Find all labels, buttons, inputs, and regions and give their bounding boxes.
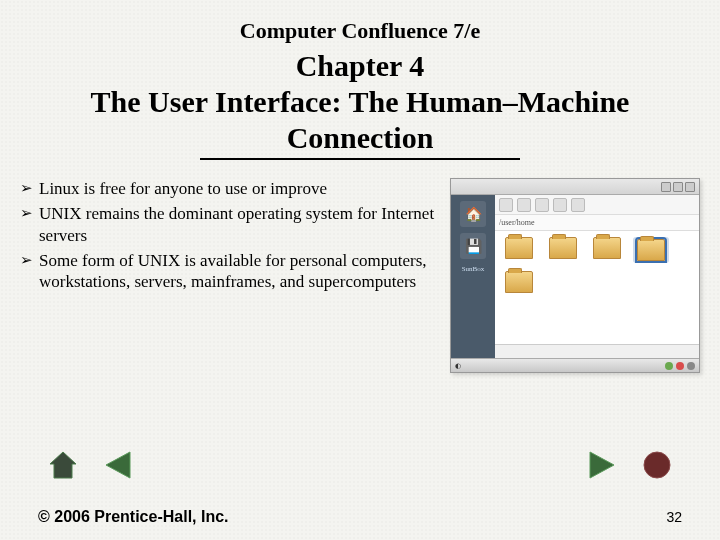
bullet-text: Linux is free for anyone to use or impro… bbox=[39, 178, 327, 199]
list-item: ➢ UNIX remains the dominant operating sy… bbox=[20, 203, 440, 246]
drive-icon: 💾 bbox=[460, 233, 486, 259]
bullet-icon: ➢ bbox=[20, 178, 33, 198]
embedded-screenshot: 🏠 💾 SunBox /user/home bbox=[450, 178, 700, 373]
address-text: /user/home bbox=[499, 218, 535, 227]
svg-marker-2 bbox=[590, 452, 614, 478]
filemanager-sidebar: 🏠 💾 SunBox bbox=[451, 195, 495, 358]
sidebar-label: SunBox bbox=[462, 265, 485, 273]
next-button[interactable] bbox=[582, 448, 620, 482]
view-icon bbox=[571, 198, 585, 212]
tray-icon bbox=[687, 362, 695, 370]
bullet-text: Some form of UNIX is available for perso… bbox=[39, 250, 440, 293]
minimize-icon bbox=[661, 182, 671, 192]
close-icon bbox=[685, 182, 695, 192]
circle-stop-icon bbox=[640, 450, 674, 480]
tray-icon bbox=[676, 362, 684, 370]
reload-icon bbox=[553, 198, 567, 212]
status-bar bbox=[495, 344, 699, 358]
previous-button[interactable] bbox=[100, 448, 138, 482]
back-icon bbox=[499, 198, 513, 212]
bullet-icon: ➢ bbox=[20, 203, 33, 223]
folder-icon bbox=[505, 237, 533, 259]
list-item: ➢ Linux is free for anyone to use or imp… bbox=[20, 178, 440, 199]
folder-item bbox=[545, 237, 581, 263]
folder-grid bbox=[495, 231, 699, 344]
folder-item bbox=[501, 271, 537, 293]
folder-icon bbox=[549, 237, 577, 259]
window-titlebar bbox=[451, 179, 699, 195]
triangle-left-icon bbox=[102, 450, 136, 480]
home-button[interactable] bbox=[44, 448, 82, 482]
folder-icon bbox=[505, 271, 533, 293]
page-number: 32 bbox=[666, 509, 682, 525]
list-item: ➢ Some form of UNIX is available for per… bbox=[20, 250, 440, 293]
tray-icon bbox=[665, 362, 673, 370]
maximize-icon bbox=[673, 182, 683, 192]
folder-item-selected bbox=[633, 237, 669, 263]
navigation-bar bbox=[0, 448, 720, 482]
triangle-right-icon bbox=[584, 450, 618, 480]
home-icon bbox=[46, 450, 80, 480]
slide-footer: © 2006 Prentice-Hall, Inc. 32 bbox=[38, 508, 682, 526]
folder-icon bbox=[593, 237, 621, 259]
chapter-label: Chapter 4 bbox=[296, 49, 425, 82]
forward-icon bbox=[517, 198, 531, 212]
start-icon: ◐ bbox=[455, 362, 461, 370]
svg-marker-0 bbox=[50, 452, 76, 478]
home-folder-icon: 🏠 bbox=[460, 201, 486, 227]
desktop-taskbar: ◐ bbox=[451, 358, 699, 372]
svg-marker-1 bbox=[106, 452, 130, 478]
bullet-list: ➢ Linux is free for anyone to use or imp… bbox=[20, 178, 450, 373]
bullet-icon: ➢ bbox=[20, 250, 33, 270]
folder-item bbox=[501, 237, 537, 263]
up-icon bbox=[535, 198, 549, 212]
filemanager-toolbar bbox=[495, 195, 699, 215]
copyright-text: © 2006 Prentice-Hall, Inc. bbox=[38, 508, 229, 526]
system-tray bbox=[665, 362, 695, 370]
svg-point-3 bbox=[644, 452, 670, 478]
chapter-heading: Chapter 4 The User Interface: The Human–… bbox=[0, 44, 720, 156]
bullet-text: UNIX remains the dominant operating syst… bbox=[39, 203, 440, 246]
address-bar: /user/home bbox=[495, 215, 699, 231]
folder-icon bbox=[637, 239, 665, 261]
book-title: Computer Confluence 7/e bbox=[0, 0, 720, 44]
chapter-title-text: The User Interface: The Human–Machine Co… bbox=[91, 85, 630, 154]
end-button[interactable] bbox=[638, 448, 676, 482]
folder-item bbox=[589, 237, 625, 263]
